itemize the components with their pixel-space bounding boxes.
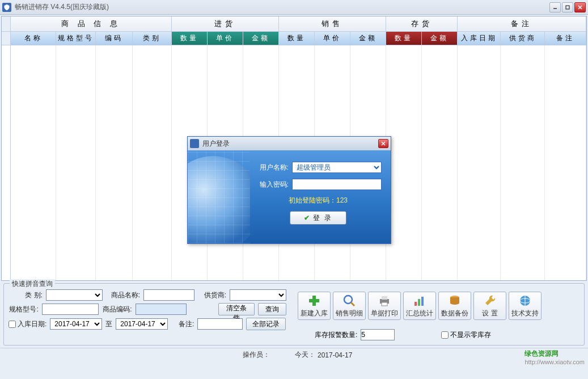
date-to-select[interactable]: 2017-04-17 (116, 318, 168, 330)
window-title: 畅销进销存 V4.4.5(国庆珍藏版) (15, 2, 549, 12)
settings-button[interactable]: 设 置 (473, 292, 506, 320)
all-records-button[interactable]: 全部记录 (246, 318, 286, 330)
svg-rect-12 (418, 299, 420, 306)
chart-icon (412, 294, 428, 308)
query-legend: 快速拼音查询 (10, 279, 55, 289)
column-header[interactable]: 规格型号 (56, 32, 96, 45)
column-group: 商 品 信 息 (11, 16, 172, 32)
query-panel: 快速拼音查询 类 别: 商品名称: 供货商: 规格型号: 商品编码: 清空条件 … (3, 283, 585, 346)
clear-button[interactable]: 清空条件 (218, 303, 255, 315)
svg-rect-13 (421, 297, 424, 306)
printer-icon (377, 294, 392, 308)
column-group: 备注 (458, 16, 586, 32)
column-header[interactable]: 金额 (243, 32, 279, 45)
column-header[interactable]: 数量 (172, 32, 208, 45)
name-label: 商品名称: (106, 290, 140, 300)
support-button[interactable]: 技术支持 (509, 292, 542, 320)
svg-point-6 (344, 296, 352, 304)
plus-icon (306, 294, 322, 308)
magnifier-icon (341, 294, 357, 308)
password-hint: 初始登陆密码：123 (255, 196, 382, 205)
print-button[interactable]: 单据打印 (368, 292, 401, 320)
check-icon: ✔ (304, 214, 311, 222)
window-titlebar: 畅销进销存 V4.4.5(国庆珍藏版) (0, 0, 588, 15)
column-header[interactable]: 金额 (350, 32, 386, 45)
category-label: 类 别: (9, 290, 43, 300)
status-bar: 操作员： 今天：2017-04-17 (0, 348, 588, 361)
hide-zero-label: 不显示零库存 (450, 330, 491, 340)
column-header[interactable]: 金额 (422, 32, 458, 45)
svg-line-7 (351, 302, 354, 306)
operator-label: 操作员： (243, 350, 270, 360)
login-button[interactable]: ✔ 登 录 (290, 211, 346, 225)
spec-input[interactable] (42, 304, 99, 315)
column-header[interactable]: 备注 (545, 32, 586, 45)
dialog-app-icon (190, 139, 199, 148)
column-header[interactable]: 供货商 (501, 32, 545, 45)
svg-rect-5 (309, 299, 319, 302)
column-header[interactable]: 数量 (279, 32, 315, 45)
maximize-button[interactable] (562, 2, 573, 12)
stats-button[interactable]: 汇总统计 (403, 292, 436, 320)
globe-illustration (188, 150, 250, 243)
login-dialog: 用户登录 用户名称: 超级管理员 输入密码: 初始登陆密码：123 ✔ 登 录 (187, 136, 391, 244)
globe-icon (517, 294, 533, 308)
alert-input[interactable] (361, 329, 395, 340)
wrench-icon (482, 294, 498, 308)
column-header[interactable]: 单价 (208, 32, 243, 45)
column-group: 存货 (386, 16, 458, 32)
username-select[interactable]: 超级管理员 (292, 162, 382, 173)
dialog-title: 用户登录 (202, 139, 378, 149)
code-label: 商品编码: (102, 305, 132, 314)
column-header[interactable]: 入库日期 (458, 32, 501, 45)
svg-rect-11 (414, 302, 417, 306)
hide-zero-checkbox[interactable] (441, 331, 449, 339)
new-stock-button[interactable]: 新建入库 (298, 292, 331, 320)
password-input[interactable] (292, 179, 382, 190)
close-button[interactable] (574, 2, 586, 12)
alert-label: 库存报警数量: (315, 330, 357, 340)
dialog-close-button[interactable] (378, 139, 388, 148)
today-value: 2017-04-17 (318, 351, 352, 359)
search-button[interactable]: 查询 (258, 303, 286, 315)
svg-rect-10 (382, 302, 387, 306)
today-label: 今天： (295, 350, 315, 360)
column-header[interactable]: 名称 (11, 32, 56, 45)
supplier-label: 供货商: (198, 290, 226, 300)
indate-label: 入库日期: (18, 319, 46, 329)
column-group: 销售 (279, 16, 386, 32)
database-icon (447, 294, 463, 308)
watermark: 绿色资源网 http://www.xiaotv.com (524, 347, 585, 365)
column-group: 进货 (172, 16, 279, 32)
supplier-select[interactable] (230, 289, 286, 301)
app-icon (2, 3, 11, 12)
column-header[interactable]: 编码 (96, 32, 133, 45)
code-input[interactable] (136, 304, 187, 315)
backup-button[interactable]: 数据备份 (438, 292, 471, 320)
column-header[interactable]: 单价 (315, 32, 350, 45)
minimize-button[interactable] (549, 2, 561, 12)
sales-detail-button[interactable]: 销售明细 (333, 292, 366, 320)
remark-input[interactable] (197, 318, 243, 330)
date-to-label: 至 (105, 319, 112, 329)
category-select[interactable] (46, 289, 103, 301)
name-input[interactable] (143, 289, 194, 301)
column-header[interactable]: 类别 (133, 32, 172, 45)
indate-checkbox[interactable] (9, 321, 16, 328)
remark-label: 备注: (171, 319, 194, 329)
svg-rect-1 (566, 6, 569, 9)
svg-rect-9 (382, 296, 387, 300)
username-label: 用户名称: (255, 163, 289, 172)
column-header[interactable]: 数量 (386, 32, 422, 45)
password-label: 输入密码: (255, 180, 289, 189)
spec-label: 规格型号: (9, 305, 39, 314)
date-from-select[interactable]: 2017-04-17 (50, 318, 102, 330)
